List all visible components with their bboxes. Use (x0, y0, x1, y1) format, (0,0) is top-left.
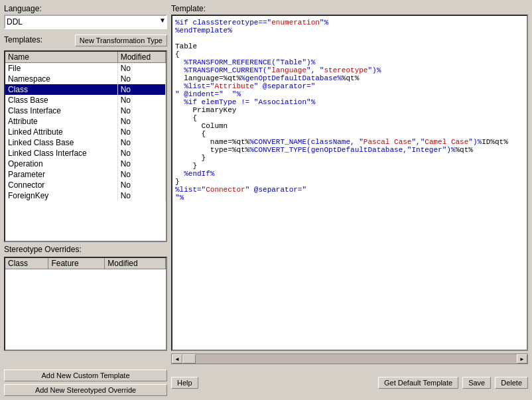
template-modified-cell: No (117, 74, 165, 84)
new-transformation-type-button[interactable]: New Transformation Type (75, 34, 167, 46)
col-name: Name (5, 52, 117, 63)
template-label: Template: (171, 4, 528, 13)
table-row[interactable]: Class InterfaceNo (5, 105, 166, 116)
stereotype-table: Class Feature Modified (5, 258, 166, 269)
table-row[interactable]: Linked Class InterfaceNo (5, 148, 166, 159)
add-stereotyped-override-button[interactable]: Add New Stereotyped Override (4, 384, 167, 396)
stereo-col-class: Class (5, 258, 48, 269)
template-name-cell: Parameter (5, 169, 117, 180)
templates-table-container: Name Modified FileNoNamespaceNoClassNoCl… (4, 50, 167, 242)
stereo-col-modified: Modified (105, 258, 166, 269)
template-code-area[interactable]: %if classStereotype=="enumeration"% %end… (171, 15, 528, 351)
template-name-cell: Class Base (5, 95, 117, 105)
language-select[interactable]: DDL C++ Java C# (4, 15, 167, 29)
template-modified-cell: No (117, 127, 165, 137)
template-name-cell: Class Interface (5, 105, 117, 116)
scroll-thumb (182, 354, 196, 364)
template-name-cell: ForeignKey (5, 190, 117, 201)
stereo-col-feature: Feature (48, 258, 105, 269)
table-row[interactable]: FileNo (5, 63, 166, 74)
template-modified-cell: No (117, 180, 165, 190)
language-label: Language: (4, 4, 167, 13)
template-modified-cell: No (117, 169, 165, 180)
template-name-cell: Linked Class Interface (5, 148, 117, 159)
scroll-right-btn[interactable]: ► (517, 354, 527, 364)
help-button[interactable]: Help (171, 377, 198, 389)
table-row[interactable]: Linked Class BaseNo (5, 137, 166, 148)
template-modified-cell: No (117, 190, 165, 201)
table-row[interactable]: ConnectorNo (5, 180, 166, 190)
template-modified-cell: No (117, 116, 165, 127)
stereotype-overrides-label: Stereotype Overrides: (4, 245, 167, 254)
template-name-cell: Linked Class Base (5, 137, 117, 148)
table-row[interactable]: ClassNo (5, 84, 166, 95)
table-row[interactable]: OperationNo (5, 159, 166, 169)
templates-table: Name Modified FileNoNamespaceNoClassNoCl… (5, 52, 166, 201)
table-row[interactable]: Class BaseNo (5, 95, 166, 105)
templates-label: Templates: (4, 35, 42, 44)
table-row[interactable]: AttributeNo (5, 116, 166, 127)
template-modified-cell: No (117, 159, 165, 169)
template-name-cell: Operation (5, 159, 117, 169)
template-modified-cell: No (117, 63, 165, 74)
scroll-track (182, 354, 517, 364)
template-name-cell: Namespace (5, 74, 117, 84)
template-modified-cell: No (117, 105, 165, 116)
template-name-cell: Linked Attribute (5, 127, 117, 137)
table-row[interactable]: Linked AttributeNo (5, 127, 166, 137)
template-modified-cell: No (117, 148, 165, 159)
add-custom-template-button[interactable]: Add New Custom Template (4, 369, 167, 381)
template-modified-cell: No (117, 137, 165, 148)
stereotype-table-container: Class Feature Modified (4, 257, 167, 351)
col-modified: Modified (117, 52, 165, 63)
template-name-cell: Class (5, 84, 117, 95)
table-row[interactable]: NamespaceNo (5, 74, 166, 84)
table-row[interactable]: ForeignKeyNo (5, 190, 166, 201)
save-button[interactable]: Save (462, 377, 491, 389)
template-modified-cell: No (117, 95, 165, 105)
scroll-left-btn[interactable]: ◄ (172, 354, 182, 364)
template-name-cell: Attribute (5, 116, 117, 127)
template-name-cell: Connector (5, 180, 117, 190)
delete-button[interactable]: Delete (495, 377, 528, 389)
get-default-template-button[interactable]: Get Default Template (378, 377, 458, 389)
template-modified-cell: No (117, 84, 165, 95)
table-row[interactable]: ParameterNo (5, 169, 166, 180)
template-name-cell: File (5, 63, 117, 74)
